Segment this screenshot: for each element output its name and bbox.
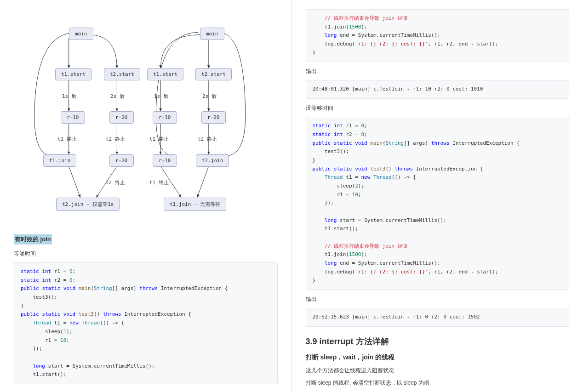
output-label-1: 输出 [306, 68, 570, 75]
node-r20-l: r=20 [109, 111, 134, 124]
node-main-l: main [69, 28, 93, 40]
heading-interrupt: 3.9 interrupt 方法详解 [306, 336, 570, 347]
node-t2start-l: t2.start [104, 68, 140, 80]
subsection-enough-time: 等够时间 [14, 250, 278, 258]
label-t1end-l: t1 终止 [57, 136, 77, 142]
label-t1end2-r: t1 终止 [149, 179, 169, 186]
label-t1end-r: t1 终止 [149, 136, 169, 142]
output-block-2: 20:52:15.623 [main] c.TestJoin - r1: 0 r… [306, 308, 570, 327]
node-main-r: main [200, 28, 224, 40]
subsection-not-enough: 没等够时间 [306, 104, 570, 112]
node-final-l: t2.join - 仅需等1s [56, 198, 120, 211]
label-2s-r: 2s 后 [202, 93, 217, 100]
node-t1join-l: t1.join [43, 154, 76, 167]
label-2s-l: 2s 后 [110, 93, 125, 100]
node-r20b-l: r=20 [109, 154, 134, 167]
node-r10-l: r=10 [61, 111, 85, 124]
flow-diagram: main t1.start 1s 后 r=10 t1 终止 t1.join t2… [14, 9, 278, 216]
label-t2end-l: t2 终止 [106, 136, 125, 142]
node-r10b-r: r=10 [153, 154, 177, 167]
node-final-r: t1.join - 无需等待 [164, 198, 226, 211]
label-1s-l: 1s 后 [62, 93, 76, 100]
node-t1start-r: t1.start [147, 68, 183, 80]
node-r10-r: r=10 [153, 111, 177, 124]
output-label-2: 输出 [306, 295, 570, 303]
label-1s-r: 1s 后 [154, 93, 168, 100]
section-title-join: 有时效的 join [14, 234, 52, 244]
node-t1start-l: t1.start [55, 68, 91, 80]
code-block-test3-sleep2: static int r1 = 0; static int r2 = 0; pu… [306, 117, 570, 290]
node-t2start-r: t2.start [195, 68, 232, 80]
paragraph-block-desc: 这几个方法都会让线程进入阻塞状态 [306, 366, 570, 375]
label-t2end2-l: t2 终止 [106, 179, 125, 186]
subheading-interrupt-sleep: 打断 sleep，wait，join 的线程 [306, 353, 570, 362]
output-block-1: 20:48:01.320 [main] c.TestJoin - r1: 10 … [306, 80, 570, 99]
code-block-join-tail1: // 线程执行结束会导致 join 结束 t1.join(1500); long… [306, 9, 570, 62]
code-block-test3-sleep1: static int r1 = 0; static int r2 = 0; pu… [14, 262, 278, 384]
node-r20-r: r=20 [201, 111, 226, 124]
paragraph-sleep-desc: 打断 sleep 的线程, 会清空打断状态，以 sleep 为例 [306, 379, 570, 387]
label-t2end-r: t2 终止 [198, 136, 217, 142]
node-t2join-r: t2.join [196, 154, 229, 167]
